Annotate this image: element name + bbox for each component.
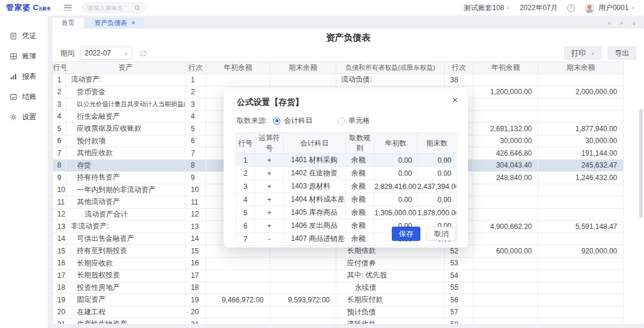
col-row-number: 行号	[236, 133, 255, 154]
modal-title: 公式设置【存货】	[224, 88, 468, 108]
radio-account-subject[interactable]: 会计科目	[273, 116, 312, 126]
formula-row[interactable]: 3+1403 原材料余额2,829,416.002,437,394.00	[236, 180, 457, 193]
cell-row-num: 10	[53, 184, 66, 196]
table-row[interactable]: 17长期股权投资17其中: 优先股54	[53, 270, 624, 282]
sidebar-item-voucher[interactable]: 凭证	[0, 26, 48, 46]
tab-home[interactable]: 首页	[52, 18, 83, 28]
cell-end-amount: 1,878,000.00	[417, 206, 457, 219]
cell-liability-end	[538, 98, 624, 111]
cell-account-subject: 1407 商品进销差价	[284, 233, 346, 246]
cell-row-num: 13	[53, 221, 66, 233]
cell-liability-begin: 248,840.00	[473, 172, 538, 184]
formula-row[interactable]: 2+1402 在途物资余额0.000.00	[236, 167, 457, 180]
chevron-down-icon	[631, 5, 634, 10]
table-row[interactable]: 20在建工程20预计负债57	[53, 306, 624, 318]
save-button[interactable]: 保存	[392, 227, 420, 241]
cell-liability-name: 其中: 优先股	[336, 270, 445, 282]
cell-operator: +	[255, 193, 284, 206]
cell-account-subject: 1401 材料采购	[284, 154, 346, 167]
formula-row[interactable]: 5+1405 库存商品余额1,305,000.001,878,000.00	[236, 206, 457, 219]
tab-scroll-left-icon[interactable]	[608, 20, 611, 26]
cell-liability-name: 应付债券	[336, 257, 445, 270]
cell-account-subject: 1403 原材料	[284, 180, 346, 193]
cell-begin-amount: 2,829,416.00	[374, 180, 417, 193]
cell-row-num: 17	[53, 270, 66, 282]
cell-end-amount: 0.00	[417, 154, 457, 167]
period-select[interactable]: 2022-07	[80, 47, 132, 60]
cell-row-num: 19	[53, 294, 66, 307]
accounting-period-value: 2022年07月	[519, 3, 558, 13]
cell-asset-name: 预付款项	[66, 135, 185, 147]
chevron-down-icon	[124, 51, 128, 55]
table-row[interactable]: 1流动资产:1流动负债:38	[53, 74, 624, 86]
radio-unselected-icon	[338, 117, 345, 125]
cell-row-num: 2	[53, 86, 66, 98]
search-input[interactable]	[87, 5, 132, 11]
cell-liability-end	[538, 306, 624, 318]
cell-asset-line: 6	[185, 135, 206, 147]
table-row[interactable]: 16长期应收款16应付债券53	[53, 257, 624, 270]
account-set-switcher[interactable]: 测试账套108	[464, 3, 510, 13]
cell-liability-begin	[473, 74, 538, 86]
logo-text: 管家婆	[6, 2, 31, 13]
period-select-value: 2022-07	[85, 49, 111, 57]
menu-toggle-icon[interactable]	[64, 5, 72, 11]
cell-asset-end	[270, 306, 336, 318]
cell-asset-line: 11	[185, 196, 206, 209]
chevron-down-icon	[591, 51, 595, 55]
cell-liability-end	[538, 110, 624, 123]
user-menu[interactable]: 用户0001	[598, 3, 634, 13]
print-button[interactable]: 打印	[564, 47, 602, 60]
refresh-icon	[140, 49, 147, 57]
close-icon[interactable]	[452, 96, 458, 104]
tab-scroll-right-icon[interactable]	[620, 20, 624, 26]
app-logo[interactable]: 管家婆 C 云财务	[6, 2, 51, 13]
formula-row[interactable]: 1+1401 材料采购余额0.000.00	[236, 154, 457, 167]
cell-liability-end: 191,144.00	[538, 147, 624, 160]
cell-asset-name: 一年内到期的非流动资产	[66, 184, 185, 196]
closing-icon	[10, 93, 17, 101]
accounting-period[interactable]: 2022年07月	[519, 3, 558, 13]
tab-balance-sheet[interactable]: 资产负债表	[85, 18, 144, 28]
cell-row-num: 3	[53, 98, 66, 111]
formula-row[interactable]: 4+1404 材料成本差异余额0.000.00	[236, 193, 457, 206]
cell-row-num: 4	[53, 110, 66, 123]
formula-header-row: 行号 运算符号 会计科目 取数规则 年初数 期末数	[236, 133, 457, 154]
cell-operator: +	[255, 219, 284, 233]
tab-list-dropdown-icon[interactable]	[632, 20, 636, 26]
help-icon[interactable]	[567, 4, 575, 12]
page-title: 资产负债表	[52, 32, 644, 44]
sidebar-item-ledger[interactable]: 账簿	[0, 46, 48, 66]
refresh-button[interactable]	[140, 49, 147, 57]
modal-footer: 保存 取消	[392, 227, 456, 241]
sidebar-item-settings[interactable]: 设置	[0, 107, 48, 127]
col-row-number: 行号	[53, 62, 66, 74]
radio-cell[interactable]: 单元格	[338, 116, 370, 126]
cell-asset-name: 流动资产:	[66, 74, 185, 86]
cell-fetch-rule: 余额	[346, 233, 374, 246]
col-liability-begin-balance: 年初余额	[473, 62, 538, 74]
cell-liability-begin: 304,043.40	[473, 159, 538, 172]
sidebar-item-closing[interactable]: 结账	[0, 86, 48, 107]
radio-label: 会计科目	[284, 116, 312, 126]
search-icon[interactable]	[134, 5, 141, 11]
sidebar-item-label: 设置	[22, 112, 36, 122]
cell-row-num: 6	[236, 219, 255, 233]
cell-liability-end	[538, 270, 624, 282]
cell-asset-name: 生产性生物资产	[66, 318, 185, 324]
table-row[interactable]: 18投资性房地产18永续债55	[53, 281, 624, 294]
vertical-scrollbar[interactable]	[639, 109, 643, 218]
cell-liability-begin: 4,900,662.20	[473, 221, 538, 233]
col-asset-line: 行次	[185, 62, 206, 74]
table-row[interactable]: 19固定资产199,466,972.009,593,972.00长期应付款56	[53, 294, 624, 307]
cell-asset-begin	[206, 306, 270, 318]
sidebar-item-reports[interactable]: 报表	[0, 66, 48, 86]
cell-asset-end	[270, 74, 336, 86]
export-button[interactable]: 导出	[608, 47, 636, 60]
cell-begin-amount: 0.00	[374, 154, 417, 167]
tab-close-icon[interactable]	[131, 20, 135, 26]
cell-asset-line: 2	[185, 86, 206, 98]
avatar	[584, 3, 595, 13]
table-row[interactable]: 21生产性生物资产21递延收益58	[53, 318, 624, 324]
cancel-button[interactable]: 取消	[426, 227, 456, 241]
